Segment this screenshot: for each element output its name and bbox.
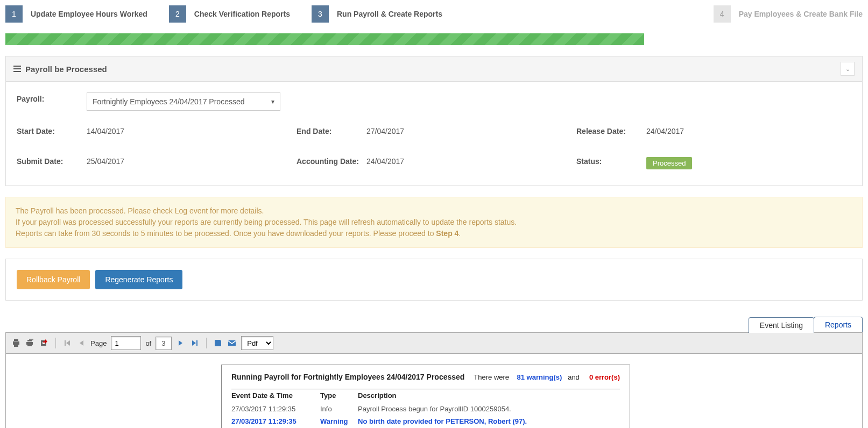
report-summary: There were 81 warning(s) and 0 error(s) bbox=[474, 373, 620, 381]
release-date-value: 24/04/2017 bbox=[646, 127, 851, 135]
table-row: 27/03/2017 11:29:35InfoPayroll Process b… bbox=[231, 403, 620, 415]
step-2-label: Check Verification Reports bbox=[194, 10, 290, 18]
alert-line-3: Reports can take from 30 seconds to 5 mi… bbox=[16, 228, 852, 239]
report-tabs: Event Listing Reports bbox=[5, 317, 863, 332]
warning-count: 81 warning(s) bbox=[517, 373, 562, 381]
alert-line-1: The Payroll has been processed. Please c… bbox=[16, 205, 852, 217]
report-page: Running Payroll for Fortnightly Employee… bbox=[221, 365, 630, 428]
step-1-number: 1 bbox=[5, 5, 23, 23]
step-2[interactable]: 2 Check Verification Reports bbox=[169, 5, 290, 23]
print-all-icon[interactable] bbox=[25, 338, 35, 348]
payroll-select[interactable]: Fortnightly Employees 24/04/2017 Process… bbox=[87, 92, 280, 111]
save-icon[interactable] bbox=[213, 338, 223, 348]
start-date-label: Start Date: bbox=[17, 127, 87, 135]
format-select[interactable]: Pdf bbox=[241, 336, 273, 350]
payroll-panel: Payroll be Processed ⌄ Payroll: Fortnigh… bbox=[5, 56, 863, 186]
col-datetime: Event Date & Time bbox=[231, 389, 320, 403]
wizard-steps: 1 Update Employee Hours Worked 2 Check V… bbox=[0, 0, 868, 33]
end-date-value: 27/04/2017 bbox=[366, 127, 576, 135]
status-label: Status: bbox=[576, 157, 646, 169]
col-type: Type bbox=[320, 389, 358, 403]
release-date-label: Release Date: bbox=[576, 127, 646, 135]
status-value-wrap: Processed bbox=[646, 157, 851, 169]
step-3[interactable]: 3 Run Payroll & Create Reports bbox=[312, 5, 442, 23]
table-row: 27/03/2017 11:29:35WarningNo birth date … bbox=[231, 415, 620, 427]
regenerate-button[interactable]: Regenerate Reports bbox=[95, 270, 182, 289]
of-label: of bbox=[145, 339, 151, 347]
toolbar-separator bbox=[55, 338, 56, 348]
progress-fill bbox=[5, 33, 644, 45]
submit-date-value: 25/04/2017 bbox=[87, 157, 297, 169]
page-total: 3 bbox=[156, 337, 172, 350]
alert-line-2: If your payroll was processed successful… bbox=[16, 217, 852, 228]
tab-event-listing[interactable]: Event Listing bbox=[749, 317, 814, 333]
action-buttons: Rollback Payroll Regenerate Reports bbox=[5, 259, 863, 301]
error-count: 0 error(s) bbox=[589, 373, 620, 381]
col-description: Description bbox=[358, 389, 620, 403]
first-page-icon[interactable] bbox=[62, 338, 72, 348]
page-input[interactable] bbox=[111, 336, 141, 350]
step-3-number: 3 bbox=[312, 5, 329, 23]
menu-icon bbox=[13, 66, 21, 72]
tab-reports[interactable]: Reports bbox=[814, 317, 863, 332]
collapse-button[interactable]: ⌄ bbox=[841, 62, 855, 76]
print-icon[interactable] bbox=[11, 338, 21, 348]
toolbar-separator-2 bbox=[206, 338, 207, 348]
step-4-number: 4 bbox=[714, 5, 731, 23]
panel-title-wrap: Payroll be Processed bbox=[13, 65, 107, 74]
step-4[interactable]: 4 Pay Employees & Create Bank File bbox=[714, 5, 863, 23]
step-1[interactable]: 1 Update Employee Hours Worked bbox=[5, 5, 147, 23]
step-1-label: Update Employee Hours Worked bbox=[31, 10, 147, 18]
submit-date-label: Submit Date: bbox=[17, 157, 87, 169]
export-icon[interactable] bbox=[39, 338, 49, 348]
panel-body: Payroll: Fortnightly Employees 24/04/201… bbox=[6, 82, 862, 186]
panel-header[interactable]: Payroll be Processed ⌄ bbox=[6, 56, 862, 82]
end-date-label: End Date: bbox=[297, 127, 366, 135]
report-viewer: Running Payroll for Fortnightly Employee… bbox=[5, 354, 863, 428]
step-3-label: Run Payroll & Create Reports bbox=[337, 10, 442, 18]
chevron-down-icon: ⌄ bbox=[845, 66, 850, 73]
event-table: Event Date & Time Type Description 27/03… bbox=[231, 389, 620, 427]
payroll-label: Payroll: bbox=[17, 92, 87, 111]
accounting-date-value: 24/04/2017 bbox=[366, 157, 576, 169]
step-4-label: Pay Employees & Create Bank File bbox=[739, 10, 863, 18]
next-page-icon[interactable] bbox=[176, 338, 186, 348]
info-alert: The Payroll has been processed. Please c… bbox=[5, 197, 863, 248]
panel-title: Payroll be Processed bbox=[25, 65, 107, 74]
report-title: Running Payroll for Fortnightly Employee… bbox=[231, 373, 464, 381]
page-label: Page bbox=[90, 339, 107, 347]
report-toolbar: Page of 3 Pdf bbox=[5, 332, 863, 354]
prev-page-icon[interactable] bbox=[76, 338, 86, 348]
email-icon[interactable] bbox=[227, 338, 237, 348]
payroll-select-value: Fortnightly Employees 24/04/2017 Process… bbox=[93, 97, 245, 106]
rollback-button[interactable]: Rollback Payroll bbox=[17, 270, 90, 289]
step-2-number: 2 bbox=[169, 5, 186, 23]
status-badge: Processed bbox=[646, 157, 692, 169]
start-date-value: 14/04/2017 bbox=[87, 127, 297, 135]
last-page-icon[interactable] bbox=[190, 338, 200, 348]
accounting-date-label: Accounting Date: bbox=[297, 157, 366, 169]
progress-bar bbox=[5, 33, 863, 45]
